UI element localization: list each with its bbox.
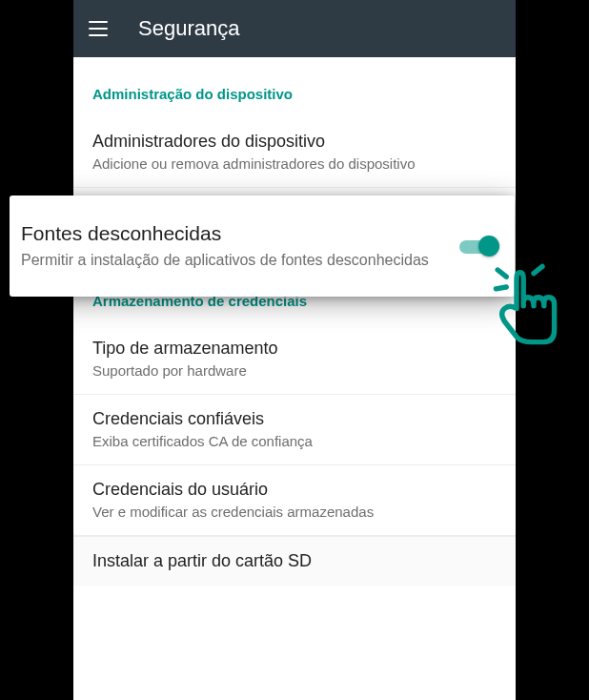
item-title: Credenciais confiáveis	[92, 408, 497, 430]
item-title: Fontes desconhecidas	[21, 221, 448, 246]
item-title: Credenciais do usuário	[92, 479, 497, 501]
item-title: Instalar a partir do cartão SD	[92, 550, 497, 572]
item-subtitle: Permitir a instalação de aplicativos de …	[21, 251, 448, 271]
unknown-sources-text: Fontes desconhecidas Permitir a instalaç…	[21, 221, 457, 270]
item-subtitle: Ver e modificar as credenciais armazenad…	[92, 503, 497, 522]
item-title: Tipo de armazenamento	[92, 338, 497, 360]
item-trusted-credentials[interactable]: Credenciais confiáveis Exiba certificado…	[73, 395, 516, 465]
item-subtitle: Suportado por hardware	[92, 361, 497, 381]
item-device-admins[interactable]: Administradores do dispositivo Adicione …	[73, 117, 516, 188]
section-credentials: Armazenamento de credenciais Tipo de arm…	[73, 283, 516, 586]
item-subtitle: Adicione ou remova administradores do di…	[92, 154, 497, 174]
item-unknown-sources[interactable]: Fontes desconhecidas Permitir a instalaç…	[10, 196, 515, 297]
settings-screen: Segurança Administração do dispositivo A…	[73, 0, 516, 700]
toggle-thumb	[478, 236, 499, 257]
pointing-hand-icon	[482, 261, 568, 347]
appbar-title: Segurança	[138, 16, 239, 41]
item-install-from-sd[interactable]: Instalar a partir do cartão SD	[73, 536, 516, 586]
menu-icon[interactable]	[89, 17, 112, 40]
appbar: Segurança	[73, 0, 516, 57]
item-title: Administradores do dispositivo	[92, 131, 497, 153]
section-header-admin: Administração do dispositivo	[73, 57, 516, 117]
item-user-credentials[interactable]: Credenciais do usuário Ver e modificar a…	[73, 465, 516, 536]
content: Administração do dispositivo Administrad…	[73, 57, 516, 700]
item-subtitle: Exiba certificados CA de confiança	[92, 432, 497, 451]
unknown-sources-toggle[interactable]	[457, 233, 499, 259]
item-storage-type[interactable]: Tipo de armazenamento Suportado por hard…	[73, 324, 516, 395]
